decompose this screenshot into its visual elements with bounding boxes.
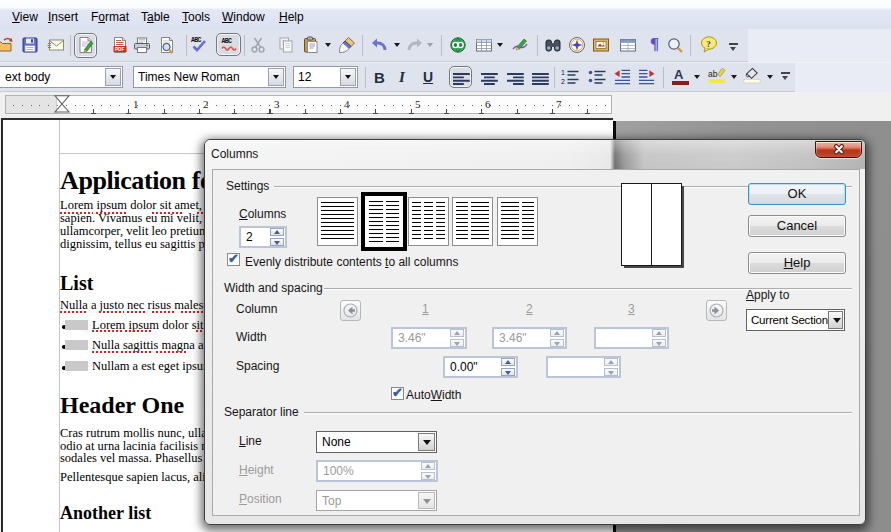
svg-text:ABC: ABC — [222, 38, 233, 45]
svg-text:2: 2 — [561, 78, 565, 85]
svg-text:PDF: PDF — [115, 47, 124, 52]
svg-text:1: 1 — [561, 69, 565, 76]
svg-text:ab: ab — [708, 69, 718, 79]
svg-text:ABC: ABC — [191, 37, 202, 44]
svg-text:?: ? — [706, 39, 711, 49]
